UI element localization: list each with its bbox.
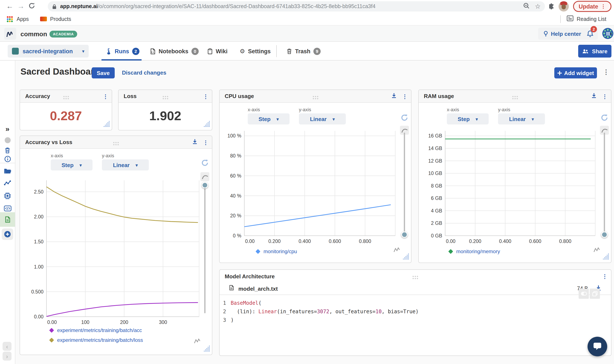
browser-profile-avatar[interactable] bbox=[559, 1, 569, 12]
download-icon[interactable] bbox=[391, 92, 397, 100]
cpu-chip-icon[interactable] bbox=[0, 189, 15, 202]
zoom-slider-handle[interactable] bbox=[202, 182, 208, 188]
zoom-slider[interactable] bbox=[204, 182, 206, 313]
tab-trash[interactable]: Trash 9 bbox=[285, 42, 322, 61]
reset-zoom-icon[interactable] bbox=[400, 113, 408, 123]
resize-handle-icon[interactable] bbox=[403, 253, 409, 261]
save-button[interactable]: Save bbox=[92, 67, 115, 78]
info-icon[interactable] bbox=[0, 153, 15, 165]
project-selector[interactable]: sacred-integration bbox=[8, 45, 89, 58]
y-axis-label: y-axis bbox=[498, 107, 510, 112]
share-button[interactable]: Share bbox=[578, 45, 612, 58]
wrap-toggle-button[interactable] bbox=[579, 288, 589, 299]
forward-icon[interactable]: → bbox=[15, 2, 26, 11]
tab-settings[interactable]: ⚙ Settings bbox=[238, 42, 273, 61]
ram-usage-chart[interactable]: 0 GB2 GB4 GB6 GB8 GB10 GB12 GB14 GB16 GB… bbox=[420, 128, 599, 246]
x-axis-select[interactable]: Step bbox=[51, 159, 92, 170]
reload-icon[interactable] bbox=[28, 2, 35, 11]
bookmark-apps[interactable]: Apps bbox=[17, 16, 29, 22]
svg-text:0.600: 0.600 bbox=[329, 238, 341, 244]
copy-button[interactable] bbox=[590, 288, 600, 299]
file-row[interactable]: model_arch.txt 74 B bbox=[220, 283, 611, 295]
page-next-button[interactable] bbox=[2, 352, 12, 361]
address-bar[interactable]: app.neptune.ai/o/common/org/sacred-integ… bbox=[48, 1, 545, 12]
legend-item[interactable]: experiment/metrics/training/batch/acc bbox=[50, 327, 142, 333]
legend-item[interactable]: monitoring/cpu bbox=[256, 248, 297, 254]
y-axis-select[interactable]: Linear bbox=[299, 113, 346, 124]
y-axis-select[interactable]: Linear bbox=[102, 159, 149, 170]
widget-menu-icon[interactable] bbox=[602, 273, 608, 279]
svg-text:8 GB: 8 GB bbox=[431, 183, 442, 189]
accuracy-vs-loss-chart[interactable]: 0.000.5001.001.502.002.500.00100200300 bbox=[22, 177, 203, 327]
reading-list-icon[interactable] bbox=[566, 15, 573, 23]
zoom-out-icon[interactable] bbox=[523, 2, 530, 11]
bookmark-star-icon[interactable]: ☆ bbox=[535, 2, 541, 10]
widget-title: Loss bbox=[124, 93, 137, 99]
download-icon[interactable] bbox=[591, 92, 597, 100]
drag-handle-icon[interactable] bbox=[113, 140, 119, 147]
extensions-icon[interactable] bbox=[548, 3, 555, 12]
bookmark-products[interactable]: Products bbox=[50, 16, 71, 22]
workspace-name[interactable]: common bbox=[20, 30, 47, 38]
discard-changes-link[interactable]: Discard changes bbox=[122, 69, 166, 76]
resize-handle-icon[interactable] bbox=[204, 345, 210, 353]
account-dropdown-caret[interactable] bbox=[610, 31, 612, 37]
zoom-slider[interactable] bbox=[404, 132, 405, 237]
browser-menu-icon[interactable] bbox=[601, 3, 606, 9]
notebook-icon bbox=[150, 48, 156, 54]
x-axis-select[interactable]: Step bbox=[248, 113, 289, 124]
svg-text:0.00: 0.00 bbox=[47, 319, 57, 325]
download-icon[interactable] bbox=[192, 139, 198, 146]
zoom-slider[interactable] bbox=[604, 132, 605, 237]
loss-value: 1.902 bbox=[118, 109, 212, 123]
tab-notebooks[interactable]: Notebooks 0 bbox=[148, 42, 200, 61]
charts-icon[interactable] bbox=[0, 176, 15, 189]
reading-list-label[interactable]: Reading List bbox=[577, 16, 606, 22]
drag-handle-icon[interactable] bbox=[63, 94, 69, 102]
legend-item[interactable]: experiment/metrics/training/batch/loss bbox=[50, 337, 143, 343]
bookmarks-bar: Apps Products Reading List bbox=[0, 13, 614, 26]
artifacts-doc-icon[interactable] bbox=[0, 213, 15, 226]
add-widget-button[interactable]: Add widget bbox=[554, 67, 597, 78]
widget-menu-icon[interactable] bbox=[402, 93, 408, 100]
zoom-slider-handle[interactable] bbox=[601, 232, 608, 238]
widget-cpu-usage: CPU usage x-axis Step y-axis Linear 0 %2… bbox=[219, 90, 411, 263]
reset-zoom-icon[interactable] bbox=[201, 158, 209, 168]
cpu-usage-chart[interactable]: 0 %20 %40 %60 %80 %100 %0.000.2000.4000.… bbox=[222, 128, 399, 246]
notifications-button[interactable]: 2 bbox=[582, 28, 598, 40]
legend-item[interactable]: monitoring/memory bbox=[449, 248, 500, 254]
svg-text:2 GB: 2 GB bbox=[431, 220, 442, 226]
drag-handle-icon[interactable] bbox=[512, 94, 518, 102]
tab-runs[interactable]: Runs 2 bbox=[104, 42, 141, 61]
expand-sidebar-icon[interactable] bbox=[0, 123, 15, 136]
resize-handle-icon[interactable] bbox=[104, 121, 110, 129]
page-prev-button[interactable] bbox=[2, 342, 12, 351]
x-axis-select[interactable]: Step bbox=[447, 113, 489, 124]
neptune-logo[interactable] bbox=[4, 28, 16, 40]
chat-launcher-button[interactable] bbox=[588, 337, 607, 356]
resize-handle-icon[interactable] bbox=[603, 253, 609, 261]
code-viewer[interactable]: 1BaseModel( 2 (lin): Linear(in_features=… bbox=[220, 295, 611, 324]
dashboard-menu-icon[interactable] bbox=[603, 68, 609, 76]
svg-text:200: 200 bbox=[120, 319, 128, 325]
help-center-button[interactable]: Help center bbox=[538, 28, 586, 40]
reset-zoom-icon[interactable] bbox=[600, 113, 608, 123]
back-icon[interactable]: ← bbox=[4, 2, 15, 11]
y-axis-select[interactable]: Linear bbox=[498, 113, 545, 124]
widget-menu-icon[interactable] bbox=[602, 93, 608, 100]
resize-handle-icon[interactable] bbox=[204, 121, 210, 129]
widget-menu-icon[interactable] bbox=[103, 93, 108, 100]
widget-menu-icon[interactable] bbox=[203, 139, 209, 145]
drag-handle-icon[interactable] bbox=[412, 274, 418, 281]
drag-handle-icon[interactable] bbox=[162, 94, 169, 102]
zoom-slider-handle[interactable] bbox=[401, 232, 408, 238]
chrome-update-button[interactable]: Update bbox=[573, 1, 612, 12]
plus-icon bbox=[557, 71, 562, 75]
apps-grid-icon[interactable] bbox=[7, 16, 13, 22]
y-axis-label: y-axis bbox=[299, 107, 311, 112]
tab-wiki[interactable]: Wiki bbox=[206, 42, 229, 61]
folder-icon[interactable] bbox=[0, 165, 15, 177]
add-section-button[interactable] bbox=[2, 228, 13, 240]
drag-handle-icon[interactable] bbox=[312, 94, 318, 102]
widget-menu-icon[interactable] bbox=[203, 93, 209, 100]
